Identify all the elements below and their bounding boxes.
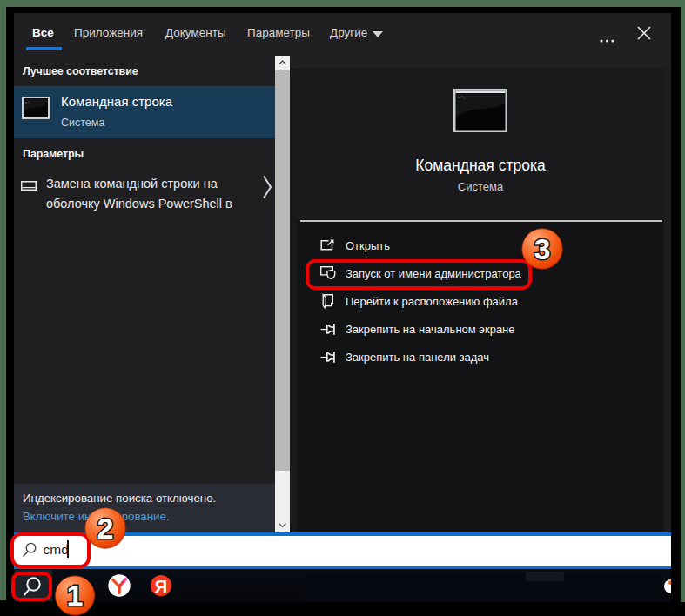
svg-text:3: 3 xyxy=(534,232,551,265)
svg-text:C:\_: C:\_ xyxy=(25,101,32,104)
svg-text:C:\_: C:\_ xyxy=(458,96,467,99)
svg-text:2: 2 xyxy=(97,512,114,545)
svg-text:1: 1 xyxy=(67,579,84,612)
